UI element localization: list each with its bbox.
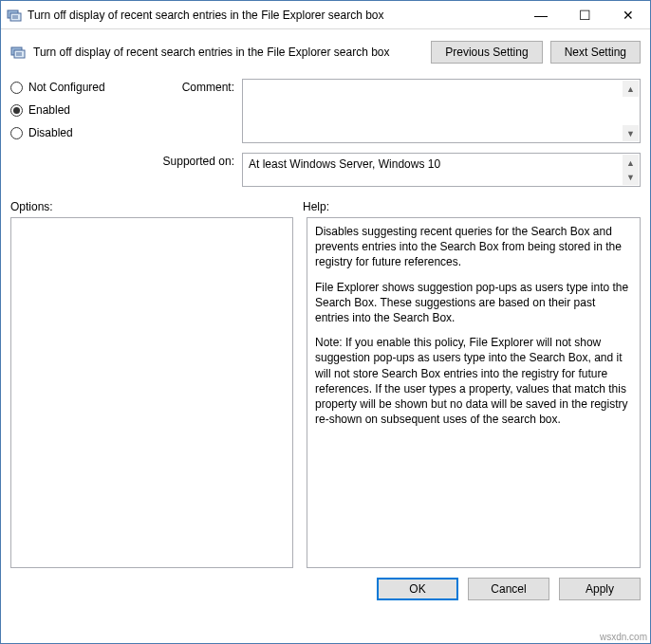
- comment-label: Comment:: [158, 79, 234, 94]
- scroll-up-icon[interactable]: ▲: [623, 81, 639, 97]
- supported-display: At least Windows Server, Windows 10 ▲ ▼: [242, 153, 641, 187]
- policy-icon: [7, 8, 22, 23]
- maximize-button[interactable]: ☐: [563, 1, 606, 28]
- help-label: Help:: [303, 200, 641, 213]
- page-heading: Turn off display of recent search entrie…: [33, 46, 423, 59]
- help-text: Note: If you enable this policy, File Ex…: [315, 335, 632, 427]
- titlebar: Turn off display of recent search entrie…: [1, 1, 650, 29]
- options-label: Options:: [10, 200, 293, 213]
- svg-rect-5: [14, 50, 25, 58]
- dialog-buttons: OK Cancel Apply: [1, 568, 650, 610]
- supported-value: At least Windows Server, Windows 10: [249, 157, 440, 171]
- previous-setting-button[interactable]: Previous Setting: [431, 41, 542, 64]
- options-panel[interactable]: [10, 217, 293, 568]
- svg-rect-1: [10, 13, 21, 21]
- radio-icon: [10, 127, 23, 139]
- config-area: Not Configured Enabled Disabled Comment:…: [1, 71, 650, 187]
- ok-button[interactable]: OK: [377, 578, 458, 600]
- scroll-down-icon[interactable]: ▼: [623, 125, 639, 141]
- policy-icon: [10, 45, 26, 60]
- cancel-button[interactable]: Cancel: [468, 578, 549, 600]
- radio-icon: [10, 104, 23, 117]
- close-button[interactable]: ✕: [606, 1, 650, 28]
- radio-not-configured[interactable]: Not Configured: [10, 81, 143, 94]
- supported-label: Supported on:: [158, 153, 234, 168]
- radio-label: Not Configured: [28, 81, 105, 94]
- window-controls: — ☐ ✕: [519, 1, 650, 28]
- watermark: wsxdn.com: [600, 632, 647, 642]
- header: Turn off display of recent search entrie…: [1, 29, 650, 71]
- apply-button[interactable]: Apply: [559, 578, 641, 600]
- scroll-down-icon[interactable]: ▼: [623, 169, 639, 185]
- radio-label: Enabled: [28, 103, 70, 117]
- window-title: Turn off display of recent search entrie…: [28, 9, 519, 22]
- comment-input[interactable]: ▲ ▼: [242, 79, 641, 143]
- help-panel[interactable]: Disables suggesting recent queries for t…: [307, 217, 641, 568]
- radio-label: Disabled: [28, 126, 73, 139]
- radio-icon: [10, 82, 23, 94]
- radio-disabled[interactable]: Disabled: [10, 126, 143, 139]
- help-text: Disables suggesting recent queries for t…: [315, 224, 632, 270]
- help-text: File Explorer shows suggestion pop-ups a…: [315, 280, 632, 326]
- minimize-button[interactable]: —: [519, 1, 563, 28]
- radio-enabled[interactable]: Enabled: [10, 103, 143, 117]
- next-setting-button[interactable]: Next Setting: [550, 41, 641, 64]
- state-radios: Not Configured Enabled Disabled: [10, 79, 143, 187]
